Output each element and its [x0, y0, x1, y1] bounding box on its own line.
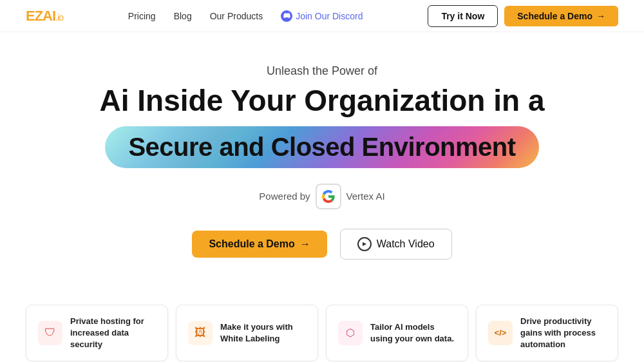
hero-gradient-text: Secure and Closed Environment	[128, 133, 515, 161]
powered-by: Powered by Vertex AI	[26, 184, 618, 209]
watch-video-button[interactable]: ▶ Watch Video	[340, 229, 452, 260]
features-section: 🛡 Private hosting for increased data sec…	[0, 305, 644, 362]
code-icon: </>	[488, 321, 513, 345]
feature-security-text: Private hosting for increased data secur…	[70, 316, 156, 351]
nav-links: Pricing Blog Our Products Join Our Disco…	[128, 10, 363, 22]
try-it-now-button[interactable]: Try it Now	[428, 5, 498, 27]
nav-products[interactable]: Our Products	[210, 11, 263, 21]
watch-video-label: Watch Video	[377, 238, 435, 250]
powered-by-name: Vertex AI	[346, 191, 385, 202]
logo-text: EZAI	[26, 8, 55, 24]
schedule-demo-nav-button[interactable]: Schedule a Demo →	[504, 6, 618, 26]
logo-suffix: .io	[55, 12, 63, 23]
discord-label: Join Our Discord	[296, 11, 363, 21]
nav-buttons: Try it Now Schedule a Demo →	[428, 5, 618, 27]
schedule-demo-nav-label: Schedule a Demo	[517, 11, 592, 21]
google-icon	[316, 184, 341, 209]
powered-by-label: Powered by	[259, 191, 310, 202]
nav-discord[interactable]: Join Our Discord	[281, 10, 363, 22]
feature-whitelabel-text: Make it yours with White Labeling	[220, 321, 306, 345]
schedule-demo-hero-label: Schedule a Demo	[209, 238, 294, 250]
schedule-demo-hero-arrow: →	[300, 238, 310, 250]
navbar: EZAI.io Pricing Blog Our Products Join O…	[0, 0, 644, 32]
nav-pricing[interactable]: Pricing	[128, 11, 156, 21]
hero-subtitle: Unleash the Power of	[26, 64, 618, 78]
logo: EZAI.io	[26, 8, 63, 24]
image-icon: 🖼	[188, 321, 213, 345]
shield-icon: 🛡	[38, 321, 62, 345]
hero-title: Ai Inside Your Organization in a	[26, 84, 618, 117]
feature-ai-models-text: Tailor AI models using your own data.	[370, 321, 456, 345]
feature-card-ai-models: ⬡ Tailor AI models using your own data.	[326, 305, 468, 362]
play-icon: ▶	[357, 237, 372, 251]
discord-icon	[281, 10, 292, 22]
feature-card-productivity: </> Drive productivity gains with proces…	[476, 305, 618, 362]
layers-icon: ⬡	[338, 321, 363, 345]
hero-gradient-box: Secure and Closed Environment	[105, 126, 538, 168]
feature-productivity-text: Drive productivity gains with process au…	[520, 316, 606, 351]
schedule-demo-nav-arrow: →	[596, 11, 605, 21]
hero-buttons: Schedule a Demo → ▶ Watch Video	[26, 229, 618, 260]
nav-blog[interactable]: Blog	[174, 11, 192, 21]
feature-card-security: 🛡 Private hosting for increased data sec…	[26, 305, 168, 362]
feature-card-whitelabel: 🖼 Make it yours with White Labeling	[176, 305, 318, 362]
hero-section: Unleash the Power of Ai Inside Your Orga…	[0, 32, 644, 305]
schedule-demo-hero-button[interactable]: Schedule a Demo →	[192, 231, 327, 258]
